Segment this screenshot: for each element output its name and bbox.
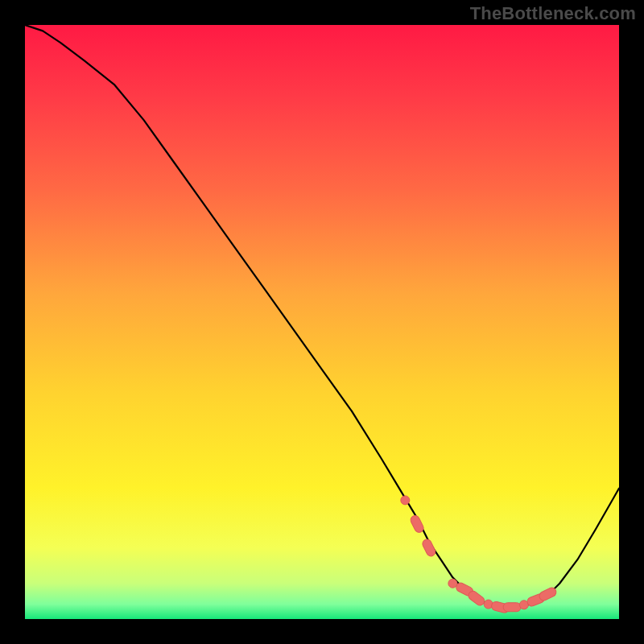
chart-frame: TheBottleneck.com: [0, 0, 644, 644]
data-point: [503, 603, 521, 612]
attribution-label: TheBottleneck.com: [470, 3, 636, 24]
gradient-background: [25, 25, 619, 619]
data-point: [401, 496, 410, 505]
data-point: [448, 579, 457, 588]
plot-area: [25, 25, 619, 619]
bottleneck-curve-chart: [25, 25, 619, 619]
